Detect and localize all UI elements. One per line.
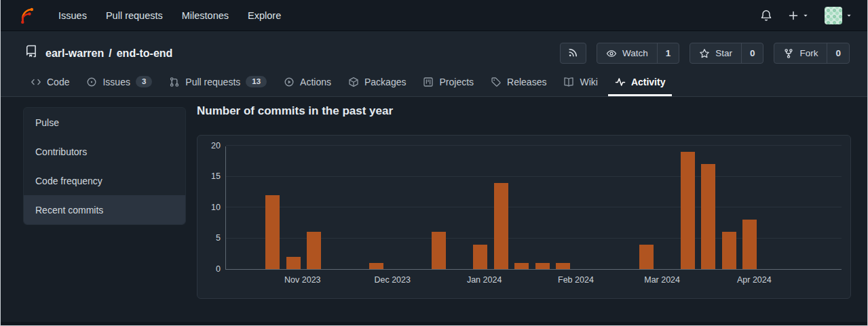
navbar-right — [760, 7, 852, 24]
commit-bar — [432, 232, 446, 269]
footer — [1, 322, 867, 325]
pull-request-icon — [169, 77, 180, 87]
tab-count-badge: 3 — [136, 76, 152, 88]
commit-bar — [473, 245, 487, 269]
x-axis-tick-label: Mar 2024 — [644, 275, 680, 285]
x-axis-tick-label: Dec 2023 — [374, 275, 411, 285]
bell-icon — [760, 9, 772, 22]
chevron-down-icon — [846, 12, 852, 19]
watch-label: Watch — [622, 48, 648, 58]
commit-bar — [701, 164, 715, 269]
user-menu-dropdown[interactable] — [825, 7, 852, 24]
tab-count-badge: 13 — [246, 76, 267, 88]
x-axis-tick-label: Nov 2023 — [284, 275, 321, 285]
commit-bar — [742, 220, 757, 269]
star-icon — [699, 48, 710, 59]
forgejo-repo-activity-page: IssuesPull requestsMilestonesExplore ear… — [0, 0, 868, 326]
commit-bar — [639, 245, 654, 269]
tab-actions[interactable]: Actions — [277, 69, 338, 96]
tab-issues[interactable]: Issues3 — [79, 69, 159, 96]
star-button[interactable]: Star0 — [690, 43, 763, 64]
commit-bar — [265, 195, 280, 269]
sidebar-item-label: Contributors — [35, 146, 87, 157]
x-axis-tick-label: Apr 2024 — [737, 275, 772, 285]
sidebar-item-recent-commits[interactable]: Recent commits — [24, 195, 185, 224]
sidebar-item-pulse[interactable]: Pulse — [24, 108, 185, 137]
top-navbar: IssuesPull requestsMilestonesExplore — [1, 0, 867, 31]
package-icon — [348, 77, 359, 87]
repo-title-row: earl-warren / end-to-end Watch1Star0Fork… — [1, 31, 867, 64]
sidebar-item-label: Pulse — [35, 117, 59, 128]
gridline — [226, 145, 842, 146]
create-new-dropdown[interactable] — [788, 10, 809, 21]
star-count[interactable]: 0 — [741, 43, 763, 63]
navbar-link-milestones[interactable]: Milestones — [182, 0, 229, 31]
tab-label: Projects — [439, 77, 474, 87]
sidebar-item-code-frequency[interactable]: Code frequency — [24, 166, 185, 195]
sidebar-item-label: Recent commits — [35, 205, 103, 216]
fork-count[interactable]: 0 — [827, 43, 849, 63]
plus-icon — [788, 10, 799, 21]
repo-tabs: CodeIssues3Pull requests13ActionsPackage… — [24, 69, 675, 96]
activity-sidebar: PulseContributorsCode frequencyRecent co… — [23, 107, 186, 225]
y-axis-tick-label: 0 — [200, 265, 221, 274]
commit-bar — [722, 232, 736, 269]
project-board-icon — [423, 77, 434, 87]
tab-label: Actions — [300, 77, 331, 87]
watch-button[interactable]: Watch1 — [597, 43, 679, 64]
notifications-button[interactable] — [760, 9, 772, 22]
tab-pull-requests[interactable]: Pull requests13 — [162, 69, 273, 96]
y-axis-tick-label: 10 — [200, 203, 221, 212]
tab-label: Pull requests — [185, 77, 240, 87]
tab-activity[interactable]: Activity — [608, 69, 673, 96]
tab-packages[interactable]: Packages — [341, 69, 413, 96]
tab-releases[interactable]: Releases — [484, 69, 553, 96]
avatar — [825, 7, 842, 24]
x-axis-tick-label: Jan 2024 — [467, 275, 502, 285]
y-axis-tick-label: 15 — [200, 172, 221, 181]
play-circle-icon — [284, 77, 295, 87]
tab-label: Releases — [507, 77, 546, 87]
fork-icon — [783, 48, 794, 59]
commit-bar — [494, 183, 508, 269]
pulse-icon — [615, 77, 626, 87]
tab-label: Issues — [102, 77, 130, 87]
tab-wiki[interactable]: Wiki — [556, 69, 604, 96]
commits-chart-panel: 05101520Nov 2023Dec 2023Jan 2024Feb 2024… — [197, 135, 851, 299]
gridline — [226, 176, 842, 177]
x-axis-tick-label: Feb 2024 — [558, 275, 594, 285]
y-axis-tick-label: 5 — [200, 234, 221, 243]
sidebar-item-label: Code frequency — [35, 176, 102, 186]
forgejo-logo-icon[interactable] — [18, 6, 37, 24]
tab-label: Wiki — [580, 77, 597, 87]
tab-code[interactable]: Code — [24, 69, 76, 96]
repo-icon — [25, 45, 38, 60]
tab-label: Packages — [364, 77, 406, 87]
tab-label: Code — [47, 77, 69, 87]
commits-bar-chart: 05101520Nov 2023Dec 2023Jan 2024Feb 2024… — [225, 146, 842, 270]
sidebar-item-contributors[interactable]: Contributors — [24, 137, 185, 166]
navbar-link-explore[interactable]: Explore — [248, 0, 281, 31]
commit-bar — [286, 257, 301, 269]
issue-circle-icon — [86, 77, 97, 87]
watch-count[interactable]: 1 — [657, 43, 679, 63]
commit-bar — [681, 152, 695, 269]
tag-icon — [491, 77, 502, 87]
navbar-link-issues[interactable]: Issues — [58, 0, 87, 31]
repo-name-link[interactable]: end-to-end — [117, 47, 173, 60]
chevron-down-icon — [802, 12, 809, 19]
fork-label: Fork — [799, 48, 818, 58]
book-icon — [563, 77, 574, 87]
commit-bar — [556, 263, 570, 269]
eye-icon — [606, 48, 617, 59]
commit-bar — [369, 263, 383, 269]
rss-button[interactable] — [560, 43, 586, 64]
navbar-links: IssuesPull requestsMilestonesExplore — [58, 0, 281, 31]
repo-owner-link[interactable]: earl-warren — [45, 47, 104, 60]
tab-projects[interactable]: Projects — [416, 69, 480, 96]
repo-header: earl-warren / end-to-end Watch1Star0Fork… — [1, 31, 867, 97]
navbar-link-pull-requests[interactable]: Pull requests — [106, 0, 163, 31]
fork-button[interactable]: Fork0 — [774, 43, 850, 64]
activity-content: PulseContributorsCode frequencyRecent co… — [1, 97, 867, 326]
y-axis-tick-label: 20 — [200, 142, 221, 150]
